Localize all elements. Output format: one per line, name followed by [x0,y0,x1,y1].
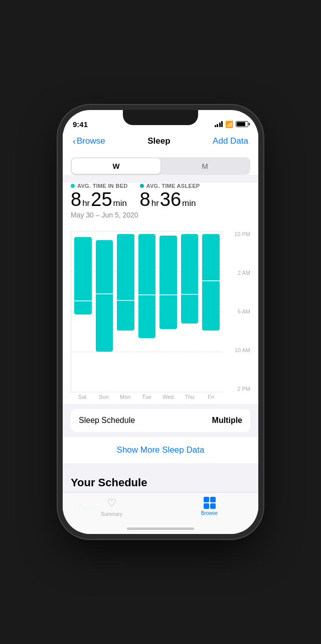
summary-label: Summary [101,511,122,517]
y-label-10am: 10 AM [225,347,250,353]
stat-asleep: AVG. TIME ASLEEP 8 hr 36 min [140,183,200,209]
bar-col-1 [95,231,114,380]
sleep-schedule-card[interactable]: Sleep Schedule Multiple [71,409,250,432]
day-labels: SatSunMonTueWedThuFri [71,392,223,400]
bar-col-4 [158,231,178,380]
tab-browse[interactable]: Browse [160,497,258,516]
status-time: 9:41 [73,120,88,129]
day-label-tue: Tue [137,394,156,400]
sleep-schedule-value: Multiple [212,416,242,425]
day-label-sat: Sat [73,394,92,400]
bar-col-5 [180,231,200,380]
tab-month[interactable]: M [160,158,249,174]
battery-icon [236,121,248,127]
y-label-2pm: 2 PM [225,386,250,392]
day-label-mon: Mon [115,394,135,400]
home-indicator [127,527,194,530]
day-label-thu: Thu [180,394,200,400]
y-label-6am: 6 AM [225,308,250,314]
chart-area: 10 PM 2 AM 6 AM 10 AM 2 PM [71,231,250,392]
add-data-button[interactable]: Add Data [213,136,248,146]
page-title: Sleep [147,136,170,146]
tab-pills: W M [71,157,250,175]
back-label: Browse [77,136,105,146]
day-label-fri: Fri [201,394,221,400]
y-label-10pm: 10 PM [225,231,250,237]
day-label-sun: Sun [94,394,114,400]
asleep-dot [140,184,144,188]
signal-icon [215,121,223,127]
y-label-2am: 2 AM [225,270,250,276]
wifi-icon: 📶 [225,121,233,128]
chart-container: 10 PM 2 AM 6 AM 10 AM 2 PM [63,227,258,404]
tab-week[interactable]: W [72,158,160,174]
bar-col-6 [201,231,221,380]
stats-row: AVG. TIME IN BED 8 hr 25 min AVG. TIME A… [71,183,250,209]
show-more-label: Show More Sleep Data [117,445,205,455]
browse-label: Browse [201,510,218,516]
nav-bar: ‹ Browse Sleep Add Data [63,132,258,151]
status-icons: 📶 [215,121,249,128]
your-schedule-title: Your Schedule [71,476,250,489]
asleep-value: 8 hr 36 min [140,190,200,209]
bar-col-3 [137,231,157,380]
bar-col-2 [116,231,135,380]
phone-frame: 9:41 📶 ‹ Browse Sleep Add Data [63,110,258,534]
stat-in-bed: AVG. TIME IN BED 8 hr 25 min [71,183,128,209]
bars-row [71,231,223,380]
chart-inner [71,231,223,392]
stats-section: AVG. TIME IN BED 8 hr 25 min AVG. TIME A… [63,183,258,227]
chevron-left-icon: ‹ [73,137,76,146]
tab-summary[interactable]: ♡ Summary [63,497,160,517]
asleep-label: AVG. TIME ASLEEP [140,183,200,189]
show-more-button[interactable]: Show More Sleep Data [63,437,258,463]
back-button[interactable]: ‹ Browse [73,136,105,146]
in-bed-label: AVG. TIME IN BED [71,183,128,189]
day-label-wed: Wed [158,394,178,400]
scroll-content[interactable]: W M AVG. TIME IN BED 8 hr 25 [63,151,258,511]
in-bed-value: 8 hr 25 min [71,190,128,209]
date-range: May 30 – Jun 5, 2020 [71,211,250,219]
sleep-schedule-label: Sleep Schedule [79,416,135,425]
in-bed-dot [71,184,75,188]
tab-selector: W M [63,151,258,175]
notch [123,110,198,125]
bar-col-0 [73,231,93,380]
section-divider [63,463,258,468]
browse-grid-icon [204,497,216,509]
grid-line-5 [71,392,223,392]
y-axis: 10 PM 2 AM 6 AM 10 AM 2 PM [225,231,250,392]
heart-icon: ♡ [107,497,117,510]
